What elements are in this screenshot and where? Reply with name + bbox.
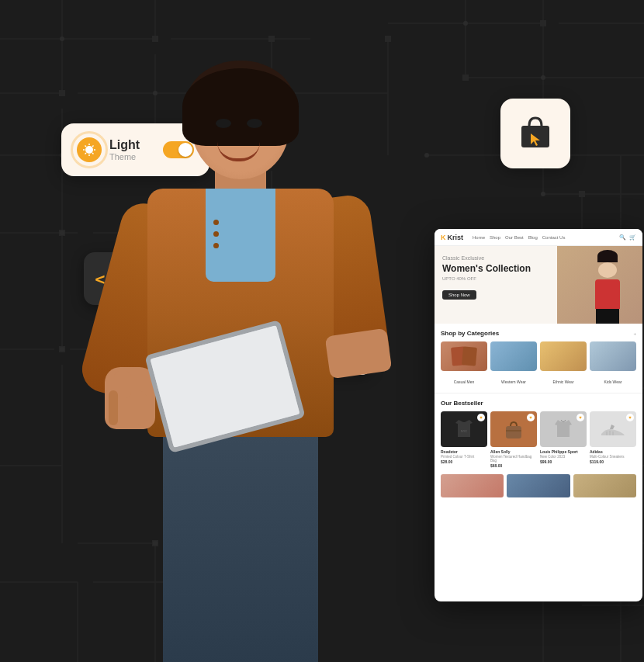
mockup-logo: K Krist [441,234,463,241]
bestseller-header: Our Bestseller [441,400,636,407]
category-item-1[interactable]: Casual Men [441,341,487,386]
product-thumb-4: ♥ [590,411,636,447]
nav-contact[interactable]: Contact Us [542,235,566,240]
person-photo [62,26,419,662]
product-item-1[interactable]: ♥ NYC Roadster Printed Colour T-Shirt $2… [441,411,487,468]
more-product-1[interactable] [441,474,504,497]
product-name-4: Adidas [590,449,636,454]
handbag-svg [503,418,525,440]
nav-best[interactable]: Our Best [505,235,524,240]
mockup-categories-section: Shop by Categories + Casual Men Western … [435,324,642,393]
nav-search-icon[interactable]: 🔍 [619,234,626,241]
category-label-2: Western Wear [501,380,526,384]
product-item-4[interactable]: ♥ Adidas Multi-Colour Sneakers $119.00 [590,411,636,468]
woman-hat [597,250,618,262]
woman-head [598,262,617,278]
category-label-4: Kids Wear [604,380,622,384]
bestseller-title: Our Bestseller [441,400,483,407]
product-subname-2: Women Textured Handbag Bag [490,455,537,463]
svg-rect-85 [506,426,521,438]
hero-model-image [557,246,642,324]
thumb-svg [105,367,155,429]
shirt-button-3 [213,243,219,248]
shirt-button-1 [213,220,219,225]
hero-title: Women's Collection [442,263,531,274]
svg-point-61 [541,75,545,80]
svg-rect-49 [579,191,585,197]
person-thumbs-up [105,367,155,429]
product-thumb-3: ♥ [540,411,587,447]
mockup-bestseller-section: Our Bestseller ♥ NYC Roadster Printed Co… [435,393,642,474]
category-thumb-3 [540,341,587,371]
website-mockup: K Krist Home Shop Our Best Blog Contact … [435,229,642,601]
hero-text: Classic Exclusive Women's Collection UPT… [442,255,531,300]
category-thumb-2 [490,341,537,371]
product-price-4: $119.00 [590,459,636,464]
category-label-3: Ethnic Wear [552,380,573,384]
product-thumb-2: ♥ [490,411,537,447]
woman-legs [596,309,619,324]
woman-figure [580,250,635,324]
svg-rect-83 [109,390,118,425]
svg-point-63 [541,192,545,196]
product-thumb-1: ♥ NYC [441,411,487,447]
more-product-3[interactable] [573,474,636,497]
bag-card [500,99,570,168]
product-subname-1: Printed Colour T-Shirt [441,455,487,459]
svg-point-60 [463,21,468,26]
hero-discount: UPTO 40% OFF [442,276,531,281]
product-name-2: Allen Solly [490,449,537,454]
more-products-row [435,474,642,501]
product-item-2[interactable]: ♥ Allen Solly Women Textured Handbag Bag… [490,411,537,468]
category-item-3[interactable]: Ethnic Wear [540,341,587,386]
tshirt-design-1: NYC [441,411,487,447]
person-right-hand [325,328,393,380]
shoe-svg [599,418,627,440]
svg-rect-48 [540,20,546,26]
shirt-button-2 [213,231,219,237]
nav-blog[interactable]: Blog [528,235,538,240]
more-product-2[interactable] [507,474,570,497]
sweater-svg [552,418,574,440]
logo-text: Krist [448,234,464,241]
person-shirt-details [213,220,219,248]
svg-text:NYC: NYC [461,429,468,433]
nav-shop[interactable]: Shop [490,235,500,240]
logo-k-icon: K [441,234,446,241]
product-name-1: Roadster [441,449,487,454]
category-label-1: Casual Men [454,380,475,384]
categories-more[interactable]: + [633,331,636,336]
product-subname-3: New Color 2023 [540,455,587,459]
tshirt-svg: NYC [453,418,475,440]
mockup-nav-icons: 🔍 🛒 [619,234,636,241]
category-thumb-4 [590,341,636,371]
hero-cta-button[interactable]: Shop Now [442,290,476,300]
categories-title: Shop by Categories [441,330,499,337]
woman-body [595,279,620,309]
nav-cart-icon[interactable]: 🛒 [629,234,636,241]
product-price-3: $99.00 [540,459,587,464]
mockup-nav-links: Home Shop Our Best Blog Contact Us [473,235,565,240]
bestseller-grid: ♥ NYC Roadster Printed Colour T-Shirt $2… [441,411,636,468]
product-name-3: Louis Philippe Sport [540,449,587,454]
category-item-2[interactable]: Western Wear [490,341,537,386]
category-item-4[interactable]: Kids Wear [590,341,636,386]
svg-point-62 [424,153,429,158]
shopping-bag-icon [515,112,556,155]
hero-subtitle: Classic Exclusive [442,255,531,261]
nav-home[interactable]: Home [473,235,485,240]
product-item-3[interactable]: ♥ Louis Philippe Sport New Color 2023 $9… [540,411,587,468]
product-price-1: $28.00 [441,459,487,464]
product-subname-4: Multi-Colour Sneakers [590,455,636,459]
person-eye-right [247,119,262,128]
mockup-navbar: K Krist Home Shop Our Best Blog Contact … [435,229,642,246]
categories-header: Shop by Categories + [441,330,636,337]
person-lower-body [163,414,318,662]
mockup-hero: Classic Exclusive Women's Collection UPT… [435,246,642,324]
category-thumb-1 [441,341,487,371]
svg-rect-47 [462,75,469,81]
categories-grid: Casual Men Western Wear Ethnic Wear Kids… [441,341,636,386]
bag-svg [515,112,556,152]
person-hair-front [182,68,299,146]
person-eye-left [216,119,231,128]
